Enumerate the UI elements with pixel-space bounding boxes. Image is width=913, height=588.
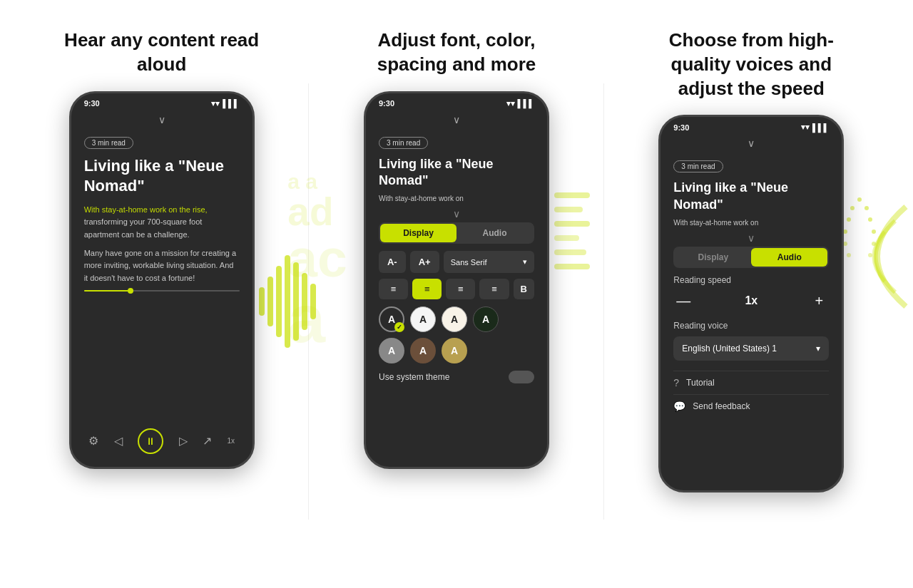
- phone1-controls: ⚙ ◁ ⏸ ▷ ↗ 1x: [71, 423, 253, 460]
- theme-dark[interactable]: A: [379, 306, 404, 332]
- svg-point-16: [847, 253, 851, 257]
- align-right-btn[interactable]: ≡: [446, 279, 475, 299]
- theme-gray[interactable]: A: [379, 338, 404, 363]
- bold-btn[interactable]: B: [514, 279, 534, 299]
- speed-decrease-btn[interactable]: —: [673, 291, 693, 311]
- tab-audio[interactable]: Audio: [456, 224, 533, 242]
- tab-display3[interactable]: Display: [675, 248, 751, 267]
- panel2-title: Adjust font, color, spacing and more: [357, 29, 556, 77]
- lines-deco: [554, 185, 597, 316]
- play-pause-button[interactable]: ⏸: [138, 428, 163, 454]
- tutorial-icon: ?: [673, 377, 679, 388]
- next-button[interactable]: ▷: [179, 434, 188, 448]
- align-center-btn[interactable]: ≡: [412, 279, 442, 299]
- nav-arrow3: ∨: [660, 135, 842, 152]
- status-icons2: ▾▾ ▌▌▌: [506, 99, 534, 108]
- body-rest: transforming your 700-square foot apartm…: [84, 217, 203, 239]
- align-justify-btn[interactable]: ≡: [479, 279, 509, 299]
- bar3: [276, 266, 282, 337]
- svg-point-13: [872, 242, 876, 246]
- feedback-label: Send feedback: [693, 401, 750, 411]
- prev-button[interactable]: ◁: [114, 434, 123, 448]
- speed-increase-btn[interactable]: +: [809, 291, 829, 311]
- status-bar3: 9:30 ▾▾ ▌▌▌: [660, 117, 842, 135]
- bar5: [293, 262, 299, 341]
- phone3: 9:30 ▾▾ ▌▌▌ ∨ 3 min read Living like a "…: [658, 115, 844, 492]
- theme-light-label: A: [419, 314, 427, 325]
- font-increase-btn[interactable]: A+: [410, 251, 439, 273]
- time2: 9:30: [379, 99, 394, 108]
- progress-dot: [128, 288, 133, 294]
- font-decrease-btn[interactable]: A-: [379, 251, 406, 273]
- article-title2: Living like a "Neue Nomad": [379, 156, 534, 190]
- tutorial-item[interactable]: ? Tutorial: [673, 371, 829, 394]
- bar2: [267, 277, 273, 326]
- system-theme-row: Use system theme: [379, 371, 534, 383]
- theme-gold-label: A: [451, 345, 458, 356]
- svg-rect-3: [554, 235, 579, 241]
- bar6: [302, 273, 307, 330]
- wifi-icon2: ▾▾: [506, 99, 515, 108]
- color-circles-row1: A A A A: [379, 306, 534, 332]
- reading-voice-label: Reading voice: [673, 321, 829, 331]
- voice-select[interactable]: English (United States) 1 ▾: [673, 336, 829, 361]
- chevron-down3: ∨: [673, 232, 829, 244]
- tab-audio3[interactable]: Audio: [751, 248, 827, 267]
- reading-speed-label: Reading speed: [673, 275, 829, 285]
- wifi-icon3: ▾▾: [801, 123, 810, 132]
- svg-rect-0: [554, 192, 590, 198]
- tutorial-label: Tutorial: [686, 378, 715, 388]
- theme-gold[interactable]: A: [442, 338, 467, 363]
- signal-icon3: ▌▌▌: [812, 123, 829, 132]
- time3: 9:30: [673, 123, 689, 132]
- feedback-item[interactable]: 💬 Send feedback: [673, 394, 829, 418]
- font-family-select[interactable]: Sans Serif ▾: [444, 251, 534, 273]
- svg-point-9: [868, 217, 872, 222]
- bar4: [285, 255, 290, 348]
- tab-row-audio: Display Audio: [673, 247, 829, 268]
- chevron-down2: ∨: [379, 208, 534, 220]
- system-theme-label: Use system theme: [379, 372, 449, 382]
- article-body-p2: With stay-at-home work on: [379, 193, 534, 204]
- status-icons3: ▾▾ ▌▌▌: [801, 123, 829, 132]
- speed-label[interactable]: 1x: [227, 437, 235, 445]
- phone2: 9:30 ▾▾ ▌▌▌ ∨ 3 min read Living like a "…: [364, 91, 549, 469]
- phone1-content: 3 min read Living like a "Neue Nomad" Wi…: [71, 128, 253, 459]
- settings-icon[interactable]: ⚙: [88, 434, 98, 448]
- color-circles-row2: A A A: [379, 338, 534, 363]
- svg-rect-1: [554, 207, 583, 212]
- panel1-title: Hear any content read aloud: [62, 29, 262, 77]
- svg-point-6: [857, 197, 862, 202]
- svg-rect-5: [554, 264, 590, 269]
- theme-sepia[interactable]: A: [442, 306, 467, 332]
- highlight-text: With stay-at-home work on the rise,: [84, 205, 208, 214]
- time1: 9:30: [84, 99, 100, 108]
- status-bar2: 9:30 ▾▾ ▌▌▌: [366, 93, 547, 111]
- svg-point-8: [850, 206, 855, 210]
- chevron-select-icon: ▾: [523, 257, 527, 267]
- theme-brown-label: A: [419, 345, 427, 356]
- theme-brown[interactable]: A: [410, 338, 436, 363]
- align-left-btn[interactable]: ≡: [379, 279, 408, 299]
- signal-icon2: ▌▌▌: [518, 99, 534, 108]
- share-icon[interactable]: ↗: [203, 434, 212, 448]
- svg-point-15: [868, 253, 872, 257]
- system-theme-toggle[interactable]: [509, 371, 534, 383]
- feedback-icon: 💬: [673, 401, 685, 412]
- font-controls: A- A+ Sans Serif ▾: [379, 251, 534, 273]
- theme-dark-label: A: [388, 314, 395, 325]
- panel-audio: Choose from high-quality voices and adju…: [604, 29, 899, 574]
- article-body1: With stay-at-home work on the rise, tran…: [84, 204, 240, 242]
- decorative-bars: [259, 255, 316, 348]
- wifi-icon: ▾▾: [211, 99, 220, 108]
- phone2-content: 3 min read Living like a "Neue Nomad" Wi…: [366, 128, 547, 459]
- theme-green[interactable]: A: [473, 306, 499, 332]
- dots-deco: [842, 192, 877, 281]
- panel-read-aloud: Hear any content read aloud 9:30 ▾▾ ▌▌▌ …: [14, 29, 309, 574]
- align-controls: ≡ ≡ ≡ ≡ B: [379, 279, 534, 299]
- article-body-p3: With stay-at-home work on: [673, 217, 829, 228]
- theme-light[interactable]: A: [410, 306, 436, 332]
- status-icons1: ▾▾ ▌▌▌: [211, 99, 239, 108]
- tab-display[interactable]: Display: [380, 224, 456, 242]
- nav-arrow1: ∨: [71, 111, 253, 128]
